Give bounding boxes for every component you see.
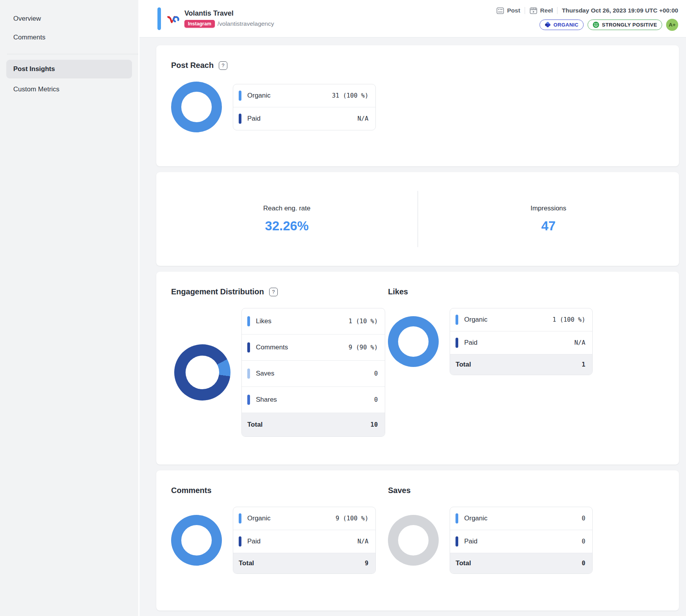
legend-row-comments: Comments 9 (90 %) xyxy=(242,334,385,360)
account-handle: /volantistravelagency xyxy=(218,20,274,27)
sidebar-divider xyxy=(7,54,138,54)
engagement-title: Engagement Distribution xyxy=(171,287,264,296)
organic-badge-label: ORGANIC xyxy=(554,22,579,28)
legend-row-saves: Saves 0 xyxy=(242,360,385,386)
legend-row-organic: Organic 1 (100 %) xyxy=(450,308,592,331)
reel-label: Reel xyxy=(540,7,553,14)
likes-marker xyxy=(247,316,250,326)
sentiment-badge: STRONGLY POSITIVE xyxy=(588,20,662,30)
likes-panel: Likes Organic 1 (100 %) P xyxy=(388,287,664,449)
legend-row-total: Total 1 xyxy=(450,354,592,375)
legend-row-likes: Likes 1 (10 %) xyxy=(242,308,385,334)
page-title: Volantis Travel xyxy=(184,9,274,18)
comments-saves-card: Comments Organic 9 (100 %) xyxy=(156,470,679,611)
legend-row-total: Total 0 xyxy=(450,553,592,573)
sidebar-item-post-insights[interactable]: Post Insights xyxy=(6,60,132,78)
legend-row-total: Total 9 xyxy=(233,553,375,573)
post-header: Volantis Travel Instagram /volantistrave… xyxy=(139,0,686,37)
accent-bar xyxy=(157,7,161,30)
impressions-metric: Impressions 47 xyxy=(418,184,679,254)
paid-marker xyxy=(456,536,458,547)
sentiment-badge-label: STRONGLY POSITIVE xyxy=(602,22,657,28)
engagement-likes-card: Engagement Distribution ? Likes 1 (10 %) xyxy=(156,272,679,465)
post-type-toggle[interactable]: Post xyxy=(496,7,520,15)
grade-badge: A+ xyxy=(666,19,678,31)
reel-icon xyxy=(529,7,538,15)
metric-label: Impressions xyxy=(531,205,566,212)
saves-legend: Organic 0 Paid 0 Total 0 xyxy=(450,507,593,574)
reach-eng-rate-metric: Reach eng. rate 32.26% xyxy=(156,184,418,254)
comments-legend: Organic 9 (100 %) Paid N/A Total 9 xyxy=(233,507,376,574)
likes-donut-chart xyxy=(388,316,439,367)
engagement-panel: Engagement Distribution ? Likes 1 (10 %) xyxy=(171,287,388,449)
legend-row-paid: Paid 0 xyxy=(450,530,592,553)
comments-marker xyxy=(247,342,250,353)
organic-marker xyxy=(239,91,241,101)
sidebar-item-overview[interactable]: Overview xyxy=(0,9,138,28)
legend-row-total: Total 10 xyxy=(242,413,385,436)
legend-row-shares: Shares 0 xyxy=(242,386,385,413)
shares-marker xyxy=(247,395,250,405)
legend-row-paid: Paid N/A xyxy=(233,107,375,130)
post-icon xyxy=(496,7,504,15)
help-icon[interactable]: ? xyxy=(269,288,278,296)
post-reach-title: Post Reach xyxy=(171,61,214,70)
comments-donut-chart xyxy=(171,515,222,566)
reel-type-toggle[interactable]: Reel xyxy=(529,7,553,15)
engagement-legend: Likes 1 (10 %) Comments 9 (90 %) Saves xyxy=(241,308,385,437)
sidebar-item-custom-metrics[interactable]: Custom Metrics xyxy=(0,80,138,99)
content-area: Post Reach ? Organic 31 (100 %) Paid xyxy=(139,37,686,616)
organic-marker xyxy=(456,315,458,325)
likes-title: Likes xyxy=(388,287,408,296)
post-label: Post xyxy=(507,7,520,14)
main-area: Volantis Travel Instagram /volantistrave… xyxy=(139,0,686,616)
comments-title: Comments xyxy=(171,486,211,495)
post-datetime: Thursday Oct 26, 2023 19:09 UTC +00:00 xyxy=(562,7,678,14)
network-badge: Instagram xyxy=(184,20,215,28)
comments-panel: Comments Organic 9 (100 %) xyxy=(171,486,388,595)
metric-value: 47 xyxy=(541,219,556,233)
legend-row-paid: Paid N/A xyxy=(450,331,592,354)
paid-marker xyxy=(239,114,241,124)
metric-value: 32.26% xyxy=(265,219,309,233)
post-reach-legend: Organic 31 (100 %) Paid N/A xyxy=(233,84,376,130)
help-icon[interactable]: ? xyxy=(219,61,227,70)
paid-marker xyxy=(456,338,458,348)
organic-icon xyxy=(545,21,551,28)
organic-badge: ORGANIC xyxy=(540,20,584,30)
likes-legend: Organic 1 (100 %) Paid N/A Total 1 xyxy=(450,308,593,375)
metric-label: Reach eng. rate xyxy=(263,205,311,212)
metrics-card: Reach eng. rate 32.26% Impressions 47 xyxy=(156,172,679,266)
smiley-icon xyxy=(593,21,599,28)
organic-marker xyxy=(456,513,458,523)
saves-donut-chart xyxy=(388,515,439,566)
legend-row-paid: Paid N/A xyxy=(233,530,375,553)
sidebar-item-comments[interactable]: Comments xyxy=(0,28,138,47)
separator xyxy=(525,7,525,14)
volantis-logo-icon xyxy=(166,13,179,25)
engagement-donut-chart xyxy=(174,344,230,401)
legend-row-organic: Organic 9 (100 %) xyxy=(233,507,375,530)
saves-marker xyxy=(247,369,250,379)
organic-marker xyxy=(239,513,241,523)
legend-row-organic: Organic 31 (100 %) xyxy=(233,84,375,107)
paid-marker xyxy=(239,536,241,547)
saves-panel: Saves Organic 0 Paid xyxy=(388,486,664,595)
post-reach-donut-chart xyxy=(171,82,222,132)
saves-title: Saves xyxy=(388,486,411,495)
sidebar: Overview Comments Post Insights Custom M… xyxy=(0,0,139,616)
app-root: Overview Comments Post Insights Custom M… xyxy=(0,0,686,616)
separator xyxy=(557,7,557,14)
legend-row-organic: Organic 0 xyxy=(450,507,592,530)
post-reach-card: Post Reach ? Organic 31 (100 %) Paid xyxy=(156,45,679,166)
